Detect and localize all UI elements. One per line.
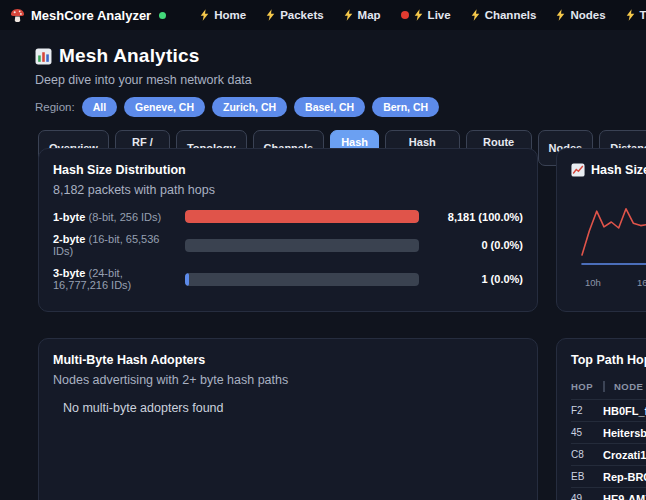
bar-chart-icon	[35, 48, 52, 65]
top-hops-rows: F2 HB0FL_f2_ 45 Heitersberg C8 Crozati1 …	[571, 399, 646, 500]
page-title-text: Mesh Analytics	[59, 45, 199, 67]
page-title: Mesh Analytics	[35, 45, 646, 67]
adopters-title: Multi-Byte Hash Adopters	[53, 353, 523, 367]
nav-item-label: Home	[214, 9, 246, 21]
column-header-hop: HOP	[571, 381, 601, 392]
brand[interactable]: MeshCore Analyzer	[10, 8, 166, 23]
node-name: HB0FL_f2_	[603, 405, 646, 417]
nav-item-label: Traces	[640, 9, 646, 21]
mushroom-icon	[10, 8, 25, 23]
nav-item-live[interactable]: Live	[393, 4, 459, 26]
hash-dist-bar-track	[185, 239, 419, 252]
x-tick-16h: 16h	[637, 277, 646, 288]
lightning-icon	[414, 9, 423, 21]
green-status-dot	[159, 12, 166, 19]
hop-code: 49	[571, 493, 603, 500]
hash-dist-title: Hash Size Distribution	[53, 163, 523, 177]
region-filter: Region: AllGeneve, CHZurich, CHBasel, CH…	[35, 97, 646, 117]
hash-dist-row: 1-byte (8-bit, 256 IDs) 8,181 (100.0%)	[53, 210, 523, 223]
top-hops-row[interactable]: 45 Heitersberg	[571, 421, 646, 443]
nav-item-label: Channels	[485, 9, 537, 21]
top-hops-title: Top Path Hops	[571, 353, 646, 367]
brand-name: MeshCore Analyzer	[31, 8, 151, 23]
lightning-icon	[344, 9, 353, 21]
hash-dist-row-label: 2-byte (16-bit, 65,536 IDs)	[53, 233, 177, 257]
nav-item-label: Map	[358, 9, 381, 21]
multi-byte-adopters-card: Multi-Byte Hash Adopters Nodes advertisi…	[38, 338, 538, 500]
region-pill-bern-ch[interactable]: Bern, CH	[372, 97, 439, 117]
trend-title-row: Hash Size Over Time	[571, 163, 646, 177]
hash-dist-rows: 1-byte (8-bit, 256 IDs) 8,181 (100.0%) 2…	[53, 210, 523, 291]
node-name: Heitersberg	[603, 427, 646, 439]
nav-item-traces[interactable]: Traces	[618, 4, 646, 26]
trend-line-1byte	[582, 209, 646, 255]
hash-size-over-time-card: Hash Size Over Time 10h 16h	[556, 148, 646, 312]
top-hops-row[interactable]: EB Rep-BRG-L	[571, 465, 646, 487]
hash-size-distribution-card: Hash Size Distribution 8,182 packets wit…	[38, 148, 538, 312]
node-name: HE9-AMY G	[603, 493, 646, 500]
region-pill-basel-ch[interactable]: Basel, CH	[294, 97, 365, 117]
hash-dist-bar-track	[185, 273, 419, 286]
hash-dist-row-label-detail: (8-bit, 256 IDs)	[88, 211, 161, 223]
hash-dist-row-value: 8,181 (100.0%)	[427, 211, 523, 223]
nav-item-channels[interactable]: Channels	[463, 4, 545, 26]
hash-dist-subtitle: 8,182 packets with path hops	[53, 183, 523, 197]
top-hops-row[interactable]: F2 HB0FL_f2_	[571, 399, 646, 421]
trend-title: Hash Size Over Time	[591, 163, 646, 177]
top-hops-row[interactable]: C8 Crozati1	[571, 443, 646, 465]
nav-item-label: Packets	[280, 9, 323, 21]
region-pill-all[interactable]: All	[82, 97, 117, 117]
top-nav: MeshCore Analyzer Home Packets Map Live …	[0, 0, 646, 30]
hash-dist-row-label: 1-byte (8-bit, 256 IDs)	[53, 211, 177, 223]
hop-code: C8	[571, 449, 603, 460]
top-nav-items: Home Packets Map Live Channels Nodes	[192, 4, 646, 26]
nav-item-packets[interactable]: Packets	[258, 4, 331, 26]
nav-item-map[interactable]: Map	[336, 4, 389, 26]
top-hops-table: HOP NODE F2 HB0FL_f2_ 45 Heitersberg C8 …	[571, 377, 646, 500]
lightning-icon	[266, 9, 275, 21]
live-dot-icon	[401, 11, 409, 19]
hash-dist-row-value: 1 (0.0%)	[427, 273, 523, 285]
hop-code: EB	[571, 471, 603, 482]
lightning-icon	[556, 9, 565, 21]
lightning-icon	[200, 9, 209, 21]
lightning-icon	[471, 9, 480, 21]
hash-dist-bar-fill	[185, 273, 189, 286]
trend-chart	[581, 201, 646, 277]
top-hops-header: HOP NODE	[571, 377, 646, 399]
trend-line-chart	[581, 201, 646, 273]
page-subtitle: Deep dive into your mesh network data	[35, 73, 646, 87]
hash-dist-row-label-size: 3-byte	[53, 267, 85, 279]
hash-dist-row: 3-byte (24-bit, 16,777,216 IDs) 1 (0.0%)	[53, 267, 523, 291]
hop-code: 45	[571, 427, 603, 438]
hash-dist-row-label-size: 1-byte	[53, 211, 85, 223]
lightning-icon	[626, 9, 635, 21]
hash-dist-row-label: 3-byte (24-bit, 16,777,216 IDs)	[53, 267, 177, 291]
hash-dist-row-value: 0 (0.0%)	[427, 239, 523, 251]
node-name: Crozati1	[603, 449, 646, 461]
column-header-node: NODE	[603, 381, 643, 392]
region-pill-zurich-ch[interactable]: Zurich, CH	[212, 97, 287, 117]
region-pills: AllGeneve, CHZurich, CHBasel, CHBern, CH	[82, 97, 439, 117]
nav-item-nodes[interactable]: Nodes	[548, 4, 613, 26]
nav-item-label: Nodes	[570, 9, 605, 21]
hop-code: F2	[571, 405, 603, 416]
adopters-empty-message: No multi-byte adopters found	[63, 401, 523, 415]
nav-item-label: Live	[428, 9, 451, 21]
hash-dist-bar-track	[185, 210, 419, 223]
x-tick-10h: 10h	[585, 277, 601, 288]
adopters-subtitle: Nodes advertising with 2+ byte hash path…	[53, 373, 523, 387]
hash-dist-bar-fill	[185, 210, 419, 223]
top-path-hops-card: Top Path Hops HOP NODE F2 HB0FL_f2_ 45 H…	[556, 338, 646, 500]
top-hops-row[interactable]: 49 HE9-AMY G	[571, 487, 646, 500]
region-pill-geneve-ch[interactable]: Geneve, CH	[124, 97, 205, 117]
nav-item-home[interactable]: Home	[192, 4, 254, 26]
node-name: Rep-BRG-L	[603, 471, 646, 483]
region-label: Region:	[35, 101, 75, 113]
page-header: Mesh Analytics Deep dive into your mesh …	[0, 30, 646, 117]
hash-dist-row-label-size: 2-byte	[53, 233, 85, 245]
chart-increasing-icon	[571, 163, 585, 177]
hash-dist-row: 2-byte (16-bit, 65,536 IDs) 0 (0.0%)	[53, 233, 523, 257]
